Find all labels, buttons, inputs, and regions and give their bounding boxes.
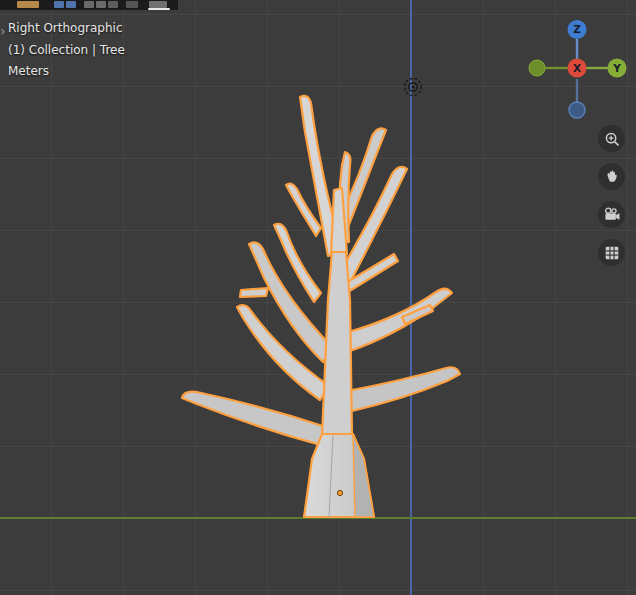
3d-viewport[interactable]: Right Orthographic (1) Collection | Tree… (0, 0, 636, 595)
view-name-label: Right Orthographic (8, 18, 125, 40)
gizmo-axis-z-negative[interactable] (569, 102, 585, 118)
overlay-icon[interactable] (126, 1, 138, 8)
shading-icon-a[interactable] (84, 1, 94, 8)
gizmo-z-label: Z (573, 23, 581, 35)
shading-icon-c[interactable] (108, 1, 118, 8)
viewport-overlay-text: Right Orthographic (1) Collection | Tree… (8, 18, 125, 83)
grid-icon (603, 244, 621, 262)
mode-icon-b[interactable] (66, 1, 76, 8)
gizmo-axis-y-negative[interactable] (529, 60, 545, 76)
pan-button[interactable] (598, 163, 625, 190)
hand-icon (603, 168, 621, 186)
editor-type-icon[interactable] (17, 1, 39, 8)
toolbar-toggle-arrow[interactable]: › (0, 24, 6, 38)
point-light-icon[interactable] (405, 79, 422, 96)
tree-object[interactable] (182, 96, 460, 517)
gizmo-x-label: X (573, 62, 581, 74)
active-tab-underline (148, 8, 170, 10)
mode-icon-a[interactable] (54, 1, 64, 8)
gizmo-y-label: Y (612, 62, 621, 74)
navigation-gizmo[interactable]: Z X Y (528, 16, 628, 120)
toggle-grid-button[interactable] (598, 239, 625, 266)
object-origin-dot[interactable] (337, 490, 342, 495)
shading-icon-b[interactable] (96, 1, 106, 8)
active-tool-icon[interactable] (149, 1, 167, 8)
gizmo-axis-x[interactable]: X (568, 59, 587, 78)
breadcrumb: (1) Collection | Tree (8, 40, 125, 62)
magnifier-plus-icon (603, 130, 621, 148)
gizmo-axis-y[interactable]: Y (608, 59, 627, 78)
gizmo-axis-z[interactable]: Z (568, 20, 587, 39)
viewport-side-toolbar (598, 125, 625, 266)
units-label: Meters (8, 61, 125, 83)
camera-icon (602, 205, 621, 224)
camera-view-button[interactable] (598, 201, 625, 228)
zoom-button[interactable] (598, 125, 625, 152)
editor-header-fragment (0, 0, 178, 10)
